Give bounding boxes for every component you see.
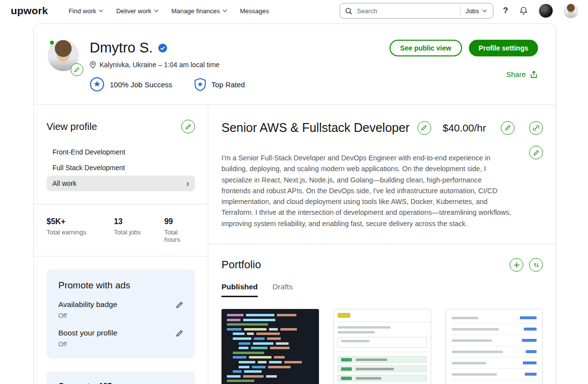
nav-messages[interactable]: Messages: [240, 7, 269, 15]
search-input[interactable]: [356, 7, 457, 15]
boost-profile-status: Off: [58, 340, 183, 348]
online-status-dot: [49, 40, 55, 46]
connects-count: Connects: 185: [58, 382, 183, 384]
help-icon[interactable]: ?: [503, 6, 508, 16]
upwork-logo[interactable]: upwork: [11, 5, 48, 17]
chevron-right-icon: ›: [186, 180, 189, 186]
edit-boost-profile-button[interactable]: [176, 330, 183, 337]
profile-headline: Senior AWS & Fullstack Developer: [221, 121, 410, 135]
location-row: Kalynivka, Ukraine – 1:04 am local time: [90, 61, 245, 69]
header-user-avatar[interactable]: [564, 3, 578, 18]
portfolio-thumbnail-api-docs[interactable]: [333, 309, 431, 384]
reorder-portfolio-button[interactable]: [529, 258, 543, 272]
edit-title-button[interactable]: [417, 121, 431, 135]
global-search-box[interactable]: Jobs: [340, 3, 493, 19]
code-thumb-lines: [227, 314, 314, 382]
pencil-icon: [421, 125, 427, 131]
search-divider: [460, 6, 461, 15]
availability-badge-status: Off: [58, 312, 183, 319]
share-icon: [530, 70, 538, 78]
nav-deliver-work[interactable]: Deliver work: [116, 7, 159, 15]
promote-panel-title: Promote with ads: [58, 280, 183, 291]
edit-profile-sections-button[interactable]: [181, 120, 195, 133]
nav-manage-finances[interactable]: Manage finances: [172, 7, 227, 15]
see-public-view-button[interactable]: See public view: [390, 40, 462, 56]
header-icons: ?: [503, 3, 578, 18]
sidebar-item-all-work[interactable]: All work ›: [47, 176, 195, 191]
hourly-rate: $40.00/hr: [442, 122, 486, 134]
portfolio-item-2: Secure & Scalable API Architecture: [333, 309, 431, 384]
promote-with-ads-panel: Promote with ads Availability badge Off …: [47, 269, 195, 358]
pencil-icon: [533, 150, 539, 156]
job-success-badge: 100% Job Success: [90, 77, 172, 92]
chevron-down-icon: [482, 9, 487, 12]
stat-total-jobs: 13 Total jobs: [114, 217, 164, 243]
divider: [34, 204, 208, 205]
share-link[interactable]: Share: [506, 70, 538, 78]
nav-find-work[interactable]: Find work: [69, 7, 103, 15]
stats-row: $5K+ Total earnings 13 Total jobs 99 Tot…: [47, 217, 195, 243]
pencil-icon: [74, 67, 80, 73]
portfolio-title: Portfolio: [221, 258, 261, 271]
profile-settings-button[interactable]: Profile settings: [469, 40, 538, 56]
doc-badge: [338, 313, 350, 318]
portfolio-item-3: CI/CD Pipeline Development & Release Aut…: [445, 309, 543, 384]
main-navigation: Find work Deliver work Manage finances M…: [69, 7, 269, 15]
top-rated-badge: Top Rated: [194, 78, 245, 91]
chevron-down-icon: [98, 9, 103, 12]
verified-badge-icon: [158, 43, 168, 53]
portfolio-tabs: Published Drafts: [221, 282, 543, 297]
tab-drafts[interactable]: Drafts: [272, 282, 293, 297]
edit-description-button[interactable]: [529, 146, 543, 159]
portfolio-thumbnail-pipeline[interactable]: [445, 309, 543, 384]
sidebar-item-frontend-development[interactable]: Front-End Development: [47, 144, 195, 160]
add-portfolio-button[interactable]: [510, 258, 523, 272]
portfolio-grid: AI-Driven Development & Prototyping UI R…: [221, 309, 543, 384]
divider: [208, 244, 556, 244]
chevron-down-icon: [222, 9, 227, 12]
location-text: Kalynivka, Ukraine – 1:04 am local time: [99, 61, 220, 69]
badges-row: 100% Job Success Top Rated: [90, 77, 245, 92]
profile-main: Senior AWS & Fullstack Developer $40.00/…: [208, 105, 556, 384]
edit-rate-button[interactable]: [501, 121, 514, 135]
top-nav-bar: upwork Find work Deliver work Manage fin…: [0, 0, 588, 22]
profile-card: Dmytro S. Kalynivka, Ukraine – 1:04 am l…: [33, 24, 556, 384]
profile-header: Dmytro S. Kalynivka, Ukraine – 1:04 am l…: [34, 24, 556, 105]
search-icon: [345, 7, 352, 15]
top-rated-icon: [194, 78, 206, 91]
rate-link-button[interactable]: [529, 121, 543, 135]
profile-avatar: [48, 40, 79, 71]
divider: [34, 256, 208, 256]
portfolio-item-1: AI-Driven Development & Prototyping UI R…: [221, 309, 319, 384]
search-scope-dropdown[interactable]: Jobs: [465, 7, 488, 15]
stat-total-earnings: $5K+ Total earnings: [47, 217, 114, 243]
pencil-icon: [185, 124, 192, 130]
job-success-icon: [90, 77, 104, 92]
edit-avatar-button[interactable]: [71, 63, 83, 76]
edit-availability-badge-button[interactable]: [176, 301, 183, 308]
identity-block: Dmytro S. Kalynivka, Ukraine – 1:04 am l…: [90, 40, 245, 92]
portfolio-thumbnail-code-editor[interactable]: [221, 309, 319, 384]
header-actions: See public view Profile settings Share: [390, 40, 538, 92]
availability-badge-row: Availability badge Off: [58, 300, 183, 319]
specialized-profiles-list: Front-End Development Full Stack Develop…: [47, 144, 195, 191]
plus-icon: [514, 262, 520, 268]
stat-total-hours: 99 Total hours: [164, 217, 195, 243]
profile-sidebar: View profile Front-End Development Full …: [34, 105, 208, 384]
description-section: I'm a Senior Full-Stack Developer and De…: [221, 153, 543, 229]
link-icon: [533, 125, 539, 131]
connects-panel: Connects: 185 View details Buy Connects: [47, 371, 195, 384]
profile-description: I'm a Senior Full-Stack Developer and De…: [221, 153, 512, 229]
profile-name: Dmytro S.: [90, 40, 153, 56]
sort-arrows-icon: [533, 262, 539, 268]
apps-icon[interactable]: [539, 4, 553, 18]
chevron-down-icon: [154, 9, 159, 12]
boost-profile-row: Boost your profile Off: [58, 329, 183, 348]
sidebar-item-fullstack-development[interactable]: Full Stack Development: [47, 160, 195, 176]
tab-published[interactable]: Published: [221, 282, 258, 297]
view-profile-title: View profile: [47, 121, 97, 132]
pencil-icon: [505, 125, 511, 131]
notifications-bell-icon[interactable]: [519, 6, 528, 16]
location-pin-icon: [90, 61, 96, 69]
